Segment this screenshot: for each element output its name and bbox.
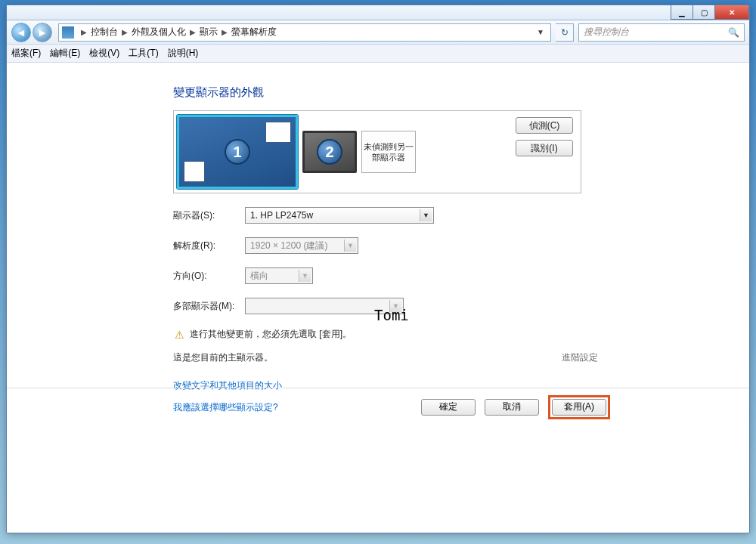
chevron-down-icon: ▼ xyxy=(344,240,356,252)
window-sim-icon xyxy=(265,122,291,143)
advanced-settings-link[interactable]: 進階設定 xyxy=(562,351,598,364)
row-multiple-displays: 多部顯示器(M): ▼ xyxy=(173,298,749,314)
crumb-item[interactable]: 控制台 xyxy=(91,26,118,39)
control-panel-window: ▁ ▢ ✕ ◄ ► ▶ 控制台 ▶ 外觀及個人化 ▶ 顯示 ▶ 螢幕解析度 ▼ … xyxy=(6,5,750,533)
menu-tools[interactable]: 工具(T) xyxy=(129,47,158,60)
display-select[interactable]: 1. HP LP2475w ▼ xyxy=(245,207,434,224)
resolution-label: 解析度(R): xyxy=(173,240,245,252)
row-resolution: 解析度(R): 1920 × 1200 (建議) ▼ xyxy=(173,237,749,254)
row-display: 顯示器(S): 1. HP LP2475w ▼ xyxy=(173,207,749,224)
warning-text: 進行其他變更前，您必須先選取 [套用]。 xyxy=(190,328,352,341)
orientation-select[interactable]: 橫向 ▼ xyxy=(245,267,313,284)
nav-row: ◄ ► ▶ 控制台 ▶ 外觀及個人化 ▶ 顯示 ▶ 螢幕解析度 ▼ ↻ 搜尋控制… xyxy=(7,20,749,45)
maximize-button[interactable]: ▢ xyxy=(692,5,715,20)
chevron-right-icon: ▶ xyxy=(81,28,87,36)
chevron-right-icon: ▶ xyxy=(222,28,228,36)
chevron-right-icon: ▶ xyxy=(122,28,128,36)
detect-button[interactable]: 偵測(C) xyxy=(516,117,573,134)
refresh-button[interactable]: ↻ xyxy=(556,23,574,42)
menu-bar: 檔案(F) 編輯(E) 檢視(V) 工具(T) 說明(H) xyxy=(7,45,749,63)
apply-highlight: 套用(A) xyxy=(548,395,610,419)
primary-display-text: 這是您目前的主顯示器。 xyxy=(173,351,273,364)
watermark-text: Tomi xyxy=(374,307,409,323)
ok-button[interactable]: 確定 xyxy=(421,399,476,416)
menu-view[interactable]: 檢視(V) xyxy=(89,47,119,60)
monitor-1[interactable]: 1 xyxy=(177,115,298,189)
menu-edit[interactable]: 編輯(E) xyxy=(50,47,80,60)
crumb-item[interactable]: 外觀及個人化 xyxy=(132,26,186,39)
search-placeholder: 搜尋控制台 xyxy=(584,26,629,39)
close-button[interactable]: ✕ xyxy=(714,5,749,20)
monitor-arrangement[interactable]: 1 2 未偵測到另一部顯示器 xyxy=(177,114,416,190)
content-area: 變更顯示器的外觀 1 2 未偵測到另一部顯示器 偵測(C) 識別(I) 顯示器(… xyxy=(7,63,749,414)
search-input[interactable]: 搜尋控制台 🔍 xyxy=(578,23,745,42)
window-sim-icon xyxy=(184,161,205,182)
monitor-number-badge: 2 xyxy=(317,139,342,165)
resolution-select[interactable]: 1920 × 1200 (建議) ▼ xyxy=(245,237,358,254)
apply-button[interactable]: 套用(A) xyxy=(552,399,606,416)
page-title: 變更顯示器的外觀 xyxy=(173,85,749,100)
menu-help[interactable]: 說明(H) xyxy=(168,47,199,60)
breadcrumb[interactable]: ▶ 控制台 ▶ 外觀及個人化 ▶ 顯示 ▶ 螢幕解析度 xyxy=(77,26,277,39)
display-arrangement-box: 1 2 未偵測到另一部顯示器 偵測(C) 識別(I) xyxy=(173,110,581,193)
chevron-down-icon: ▼ xyxy=(299,270,311,282)
resolution-select-value: 1920 × 1200 (建議) xyxy=(250,240,327,252)
chevron-right-icon: ▶ xyxy=(190,28,196,36)
menu-file[interactable]: 檔案(F) xyxy=(11,47,41,60)
crumb-item[interactable]: 顯示 xyxy=(200,26,218,39)
primary-display-row: 這是您目前的主顯示器。 進階設定 xyxy=(173,351,749,364)
warning-icon: ⚠ xyxy=(173,329,185,341)
warning-row: ⚠ 進行其他變更前，您必須先選取 [套用]。 xyxy=(173,328,749,341)
crumb-item[interactable]: 螢幕解析度 xyxy=(231,26,277,39)
orientation-label: 方向(O): xyxy=(173,270,245,283)
forward-button[interactable]: ► xyxy=(33,23,52,42)
minimize-button[interactable]: ▁ xyxy=(671,5,693,20)
search-icon: 🔍 xyxy=(728,27,739,38)
button-bar: 確定 取消 套用(A) xyxy=(7,388,749,425)
display-label: 顯示器(S): xyxy=(173,209,245,222)
chevron-down-icon: ▼ xyxy=(420,209,432,221)
nav-buttons: ◄ ► xyxy=(11,23,54,42)
monitor-not-detected: 未偵測到另一部顯示器 xyxy=(361,131,416,173)
identify-button[interactable]: 識別(I) xyxy=(516,140,573,156)
back-button[interactable]: ◄ xyxy=(11,23,31,42)
monitor-2[interactable]: 2 xyxy=(302,131,357,173)
monitor-number-badge: 1 xyxy=(225,139,250,165)
row-orientation: 方向(O): 橫向 ▼ xyxy=(173,267,749,284)
multi-label: 多部顯示器(M): xyxy=(173,300,245,313)
control-panel-icon xyxy=(62,26,74,39)
display-select-value: 1. HP LP2475w xyxy=(250,210,313,221)
address-dropdown-icon[interactable]: ▼ xyxy=(534,28,547,36)
display-side-buttons: 偵測(C) 識別(I) xyxy=(516,117,573,156)
address-bar[interactable]: ▶ 控制台 ▶ 外觀及個人化 ▶ 顯示 ▶ 螢幕解析度 ▼ xyxy=(58,23,551,42)
orientation-select-value: 橫向 xyxy=(250,270,268,283)
cancel-button[interactable]: 取消 xyxy=(485,399,539,416)
window-titlebar: ▁ ▢ ✕ xyxy=(7,5,749,20)
